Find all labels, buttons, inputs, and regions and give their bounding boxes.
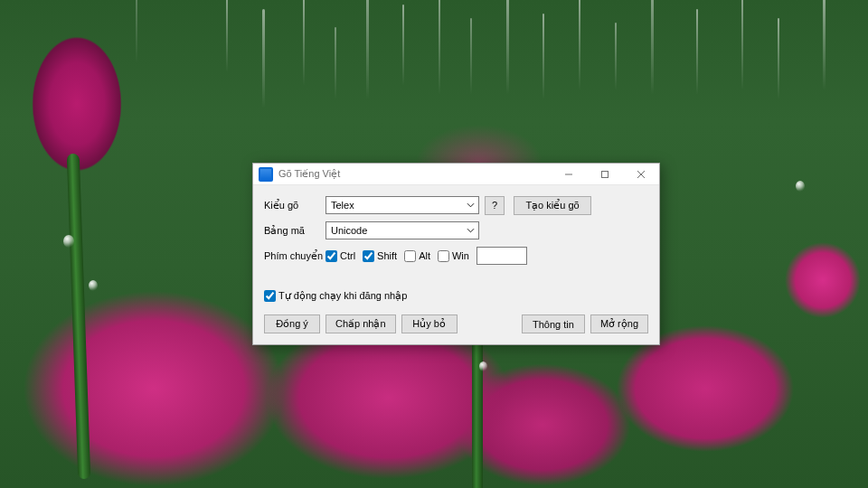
minimize-button[interactable]: [551, 164, 587, 185]
select-bang-ma[interactable]: Unicode: [326, 221, 479, 239]
wallpaper-decor: [63, 235, 74, 248]
checkbox-autorun-input[interactable]: [264, 290, 276, 302]
checkbox-alt-label: Alt: [419, 250, 430, 261]
row-bang-ma: Bảng mã Unicode: [264, 220, 648, 241]
hotkey-input[interactable]: [476, 247, 527, 265]
app-icon: [259, 167, 273, 182]
checkbox-shift[interactable]: Shift: [363, 250, 397, 262]
help-button[interactable]: ?: [485, 196, 505, 215]
wallpaper-decor: [479, 361, 487, 371]
checkbox-shift-label: Shift: [377, 250, 397, 261]
checkbox-win-label: Win: [452, 250, 469, 261]
wallpaper-decor: [472, 325, 483, 488]
mo-rong-button[interactable]: Mở rộng: [590, 314, 648, 333]
chevron-down-icon: [467, 202, 475, 210]
minimize-icon: [564, 170, 573, 179]
chevron-down-icon: [467, 227, 475, 235]
thong-tin-button[interactable]: Thông tin: [522, 314, 585, 333]
checkbox-alt-input[interactable]: [404, 250, 416, 262]
chap-nhan-button[interactable]: Chấp nhận: [326, 314, 396, 333]
button-bar: Đồng ý Chấp nhận Hủy bỏ Thông tin Mở rộn…: [264, 314, 648, 333]
checkbox-shift-input[interactable]: [363, 250, 374, 262]
close-button[interactable]: [623, 164, 659, 185]
svg-rect-0: [602, 171, 609, 177]
checkbox-win-input[interactable]: [438, 250, 449, 262]
dong-y-button[interactable]: Đồng ý: [264, 314, 320, 333]
checkbox-ctrl-label: Ctrl: [340, 250, 355, 261]
dialog-go-tieng-viet: Gõ Tiếng Việt Kiểu gõ Telex ? Tạo kiểu g…: [252, 163, 660, 345]
huy-bo-button[interactable]: Hủy bỏ: [401, 314, 458, 333]
checkbox-ctrl-input[interactable]: [326, 250, 337, 262]
select-kieu-go-value: Telex: [331, 200, 354, 211]
wallpaper-decor: [796, 181, 805, 192]
row-phim-chuyen: Phím chuyển Ctrl Shift Alt Win: [264, 245, 648, 267]
dialog-body: Kiểu gõ Telex ? Tạo kiểu gõ Bảng mã Unic…: [253, 185, 659, 344]
checkbox-autorun-label: Tự động chạy khi đăng nhập: [278, 290, 407, 302]
select-kieu-go[interactable]: Telex: [326, 196, 479, 214]
maximize-button[interactable]: [587, 164, 623, 185]
close-icon: [637, 170, 646, 179]
checkbox-autorun[interactable]: Tự động chạy khi đăng nhập: [264, 290, 407, 302]
checkbox-alt[interactable]: Alt: [404, 250, 430, 262]
window-title: Gõ Tiếng Việt: [278, 168, 340, 180]
wallpaper-decor: [89, 280, 98, 291]
label-kieu-go: Kiểu gõ: [264, 200, 326, 211]
label-phim-chuyen: Phím chuyển: [264, 250, 326, 262]
select-bang-ma-value: Unicode: [331, 225, 367, 236]
checkbox-ctrl[interactable]: Ctrl: [326, 250, 355, 262]
row-autorun: Tự động chạy khi đăng nhập: [264, 290, 648, 302]
checkbox-win[interactable]: Win: [438, 250, 469, 262]
maximize-icon: [600, 170, 609, 179]
row-kieu-go: Kiểu gõ Telex ? Tạo kiểu gõ: [264, 194, 648, 216]
titlebar[interactable]: Gõ Tiếng Việt: [253, 164, 659, 185]
wallpaper-decor: [67, 154, 91, 479]
label-bang-ma: Bảng mã: [264, 225, 326, 237]
tao-kieu-go-button[interactable]: Tạo kiểu gõ: [514, 196, 591, 215]
